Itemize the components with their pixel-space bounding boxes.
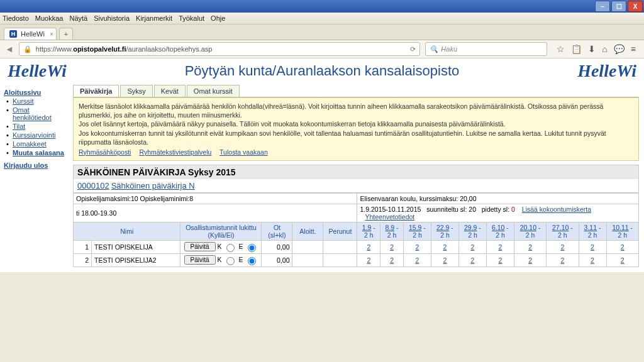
col-date[interactable]: 8.9 -2 h (380, 222, 404, 241)
attendance-cell[interactable]: 2 (380, 241, 404, 254)
schedule-cell: 1.9.2015-10.11.2015 suunniteltu sl: 20 p… (357, 204, 639, 222)
col-date[interactable]: 22.9 -2 h (431, 222, 458, 241)
minimize-button[interactable]: – (595, 1, 610, 12)
lock-k: K (218, 256, 222, 263)
add-meeting-link[interactable]: Lisää kokoontumiskerta (522, 206, 591, 213)
attendance-cell[interactable]: 2 (579, 241, 606, 254)
sidebar-logout[interactable]: Kirjaudu ulos (4, 162, 67, 169)
reload-icon[interactable]: ⟳ (410, 45, 416, 53)
summary-link[interactable]: Yhteenvetotiedot (365, 213, 414, 221)
update-button[interactable]: Päivitä (184, 242, 216, 251)
row-ot: 0,00 (262, 241, 292, 254)
attendance-cell[interactable]: 2 (403, 241, 431, 254)
row-aloitt (292, 254, 323, 267)
sidebar-item-lomakkeet[interactable]: Lomakkeet (13, 140, 67, 148)
diary-title: SÄHKÖINEN PÄIVÄKIRJA Syksy 2015 (73, 165, 639, 179)
attendance-cell[interactable]: 2 (514, 241, 546, 254)
sidebar-item-salasana[interactable]: Muuta salasana (13, 149, 67, 156)
attendance-cell[interactable]: 2 (486, 254, 514, 267)
col-date[interactable]: 15.9 -2 h (403, 222, 431, 241)
attendance-cell[interactable]: 2 (547, 241, 579, 254)
menu-view[interactable]: Näytä (69, 14, 87, 22)
brand-right: HelleWi (577, 61, 636, 81)
tab-kevat[interactable]: Kevät (154, 85, 186, 97)
col-date[interactable]: 20.10 -2 h (514, 222, 546, 241)
attendance-cell[interactable]: 2 (486, 241, 514, 254)
col-date[interactable]: 3.11 -2 h (579, 222, 606, 241)
row-perunut (323, 254, 357, 267)
place-cell: Elisenvaaran koulu, kurssimaksu: 20,00 (357, 194, 639, 204)
tab-omat[interactable]: Omat kurssit (187, 85, 240, 97)
lock-e-radio[interactable] (248, 257, 256, 265)
row-ot: 0,00 (262, 254, 292, 267)
row-lock: Päivitä K E (180, 254, 262, 267)
clipboard-icon[interactable]: 📋 (571, 44, 582, 54)
help-link-sms[interactable]: Ryhmätekstiviestipalvelu (139, 148, 211, 156)
tab-title: HelleWi (21, 30, 45, 38)
sidebar-item-tilat[interactable]: Tilat (13, 123, 67, 130)
time-cell: ti 18.00-19.30 (74, 204, 357, 222)
downloads-icon[interactable]: ⬇ (588, 44, 596, 54)
lock-e: E (238, 243, 243, 250)
sidebar-item-kurssit[interactable]: Kurssit (13, 97, 67, 105)
home-icon[interactable]: ⌂ (602, 44, 607, 54)
help-line: Jos kokoontumiskerran tunnit tai yksilöt… (79, 129, 633, 146)
attendance-cell[interactable]: 2 (380, 254, 404, 267)
course-line: 0000102 Sähköinen päiväkirja N (73, 179, 639, 193)
menu-help[interactable]: Ohje (211, 14, 225, 22)
lock-e-radio[interactable] (248, 244, 256, 252)
attendance-cell[interactable]: 2 (431, 254, 458, 267)
tab-paivakirja[interactable]: Päiväkirja (73, 85, 119, 97)
tab-syksy[interactable]: Syksy (120, 85, 152, 97)
lock-k-radio[interactable] (226, 257, 235, 265)
col-date[interactable]: 10.11 -2 h (606, 222, 638, 241)
attendance-cell[interactable]: 2 (357, 254, 380, 267)
url-host: opistopalvelut.fi (73, 45, 126, 53)
row-lock: Päivitä K E (180, 241, 262, 254)
attendance-cell[interactable]: 2 (357, 241, 380, 254)
url-prefix: https://www. (36, 45, 73, 53)
hamburger-icon[interactable]: ≡ (631, 44, 636, 54)
attendance-cell[interactable]: 2 (403, 254, 431, 267)
address-input[interactable]: 🔒 https://www.opistopalvelut.fi/auranlaa… (19, 42, 421, 56)
new-tab-button[interactable]: + (59, 28, 73, 40)
menu-history[interactable]: Sivuhistoria (94, 14, 130, 22)
search-input[interactable]: 🔍 Haku (425, 42, 547, 56)
menu-file[interactable]: Tiedosto (3, 14, 29, 22)
bookmark-star-icon[interactable]: ☆ (557, 44, 565, 54)
menu-edit[interactable]: Muokkaa (35, 14, 64, 22)
menu-bookmarks[interactable]: Kirjanmerkit (136, 14, 172, 22)
attendance-cell[interactable]: 2 (547, 254, 579, 267)
course-code-link[interactable]: 0000102 (77, 181, 109, 190)
row-aloitt (292, 241, 323, 254)
help-link-email[interactable]: Ryhmäsähköposti (79, 148, 131, 156)
col-osall: Osallistumistunnit lukittu (Kyllä/Ei) (180, 222, 262, 241)
row-perunut (323, 241, 357, 254)
maximize-button[interactable]: ☐ (611, 1, 626, 12)
col-date[interactable]: 6.10 -2 h (486, 222, 514, 241)
close-button[interactable]: X (628, 1, 643, 12)
sidebar-item-henkilotiedot[interactable]: Omat henkilötiedot (13, 106, 67, 121)
lock-k-radio[interactable] (226, 244, 235, 252)
sidebar-item-arviointi[interactable]: Kurssiarviointi (13, 131, 67, 139)
attendance-cell[interactable]: 2 (579, 254, 606, 267)
menu-tools[interactable]: Työkalut (179, 14, 204, 22)
row-num: 1 (74, 241, 92, 254)
chat-icon[interactable]: 💬 (614, 44, 625, 54)
attendance-cell[interactable]: 2 (606, 241, 638, 254)
tab-close-icon[interactable]: × (50, 31, 53, 38)
attendance-cell[interactable]: 2 (606, 254, 638, 267)
sidebar-home[interactable]: Aloitussivu (4, 89, 67, 96)
browser-tab[interactable]: H HelleWi × (4, 28, 57, 40)
attendance-cell[interactable]: 2 (514, 254, 546, 267)
col-date[interactable]: 27.10 -2 h (547, 222, 579, 241)
course-name-link[interactable]: Sähköinen päiväkirja N (111, 181, 195, 190)
help-link-print[interactable]: Tulosta vaakaan (219, 148, 268, 156)
attendance-cell[interactable]: 2 (458, 241, 486, 254)
attendance-cell[interactable]: 2 (458, 254, 486, 267)
attendance-cell[interactable]: 2 (431, 241, 458, 254)
update-button[interactable]: Päivitä (184, 255, 216, 265)
col-date[interactable]: 29.9 -2 h (458, 222, 486, 241)
col-date[interactable]: 1.9 -2 h (357, 222, 380, 241)
back-icon[interactable]: ◄ (5, 44, 14, 54)
